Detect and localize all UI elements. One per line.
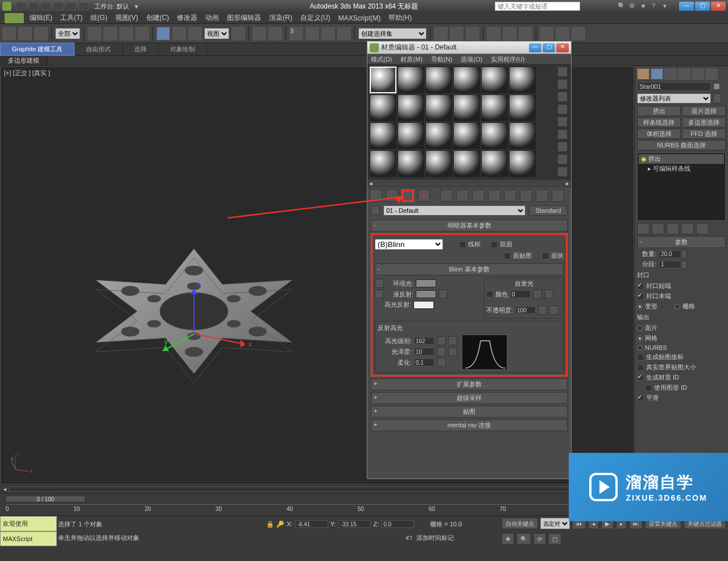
app-button[interactable] [5,13,24,23]
manip-icon[interactable] [253,27,266,40]
selfillum-color-check[interactable] [486,291,493,298]
render-setup-icon[interactable] [540,27,553,40]
video-check-icon[interactable] [557,117,568,127]
lock-icon[interactable]: 🔒 [266,521,274,528]
me-menu-options[interactable]: 选项(O) [461,56,482,63]
lock-diffuse-icon[interactable] [375,290,384,299]
material-slot[interactable] [481,94,508,121]
genmatid-check[interactable] [637,374,644,381]
time-handle[interactable]: 0 / 100 [6,496,85,502]
layer-icon[interactable] [466,27,479,40]
close-button[interactable]: ✕ [711,2,726,11]
material-slot[interactable] [453,94,480,121]
keymode-icon[interactable] [268,27,282,40]
options-icon[interactable] [557,142,568,152]
genmap-check[interactable] [637,354,644,361]
timetag-icon[interactable]: 🏷 [406,534,412,541]
gloss-map-icon[interactable] [448,347,457,356]
nav-orbit-icon[interactable]: ⟳ [533,533,546,544]
percent-snap-icon[interactable] [321,27,335,40]
material-slot[interactable] [370,67,396,93]
material-slot[interactable] [453,150,480,177]
go-parent-icon[interactable] [536,189,548,202]
me-menu-mode[interactable]: 模式(D) [371,56,392,63]
put-to-library-icon[interactable] [472,189,485,202]
twosided-check[interactable] [491,241,498,248]
mesh-radio[interactable] [637,336,643,341]
spinner-snap-icon[interactable] [337,27,351,40]
qat-redo-icon[interactable] [66,2,76,10]
object-name-input[interactable] [637,82,711,91]
selection-filter[interactable]: 全部 [55,28,80,39]
modifier-config-icon[interactable] [713,93,721,104]
segs-spinner[interactable] [659,261,681,269]
btn-extrude[interactable]: 挤出 [637,106,681,116]
minimize-button[interactable]: — [679,2,694,11]
material-type-button[interactable]: Standard [529,205,568,216]
menu-custom[interactable]: 自定义(U) [300,13,330,23]
modify-tab-icon[interactable] [651,68,663,80]
make-preview-icon[interactable] [557,129,568,139]
material-slot[interactable] [509,67,536,93]
display-tab-icon[interactable] [692,68,704,80]
remove-mod-icon[interactable] [681,223,694,234]
me-menu-util[interactable]: 实用程序(U) [491,56,524,63]
qat-new-icon[interactable] [16,2,26,10]
motion-tab-icon[interactable] [678,68,690,80]
diffuse-color[interactable] [416,290,436,298]
schematic-icon[interactable] [503,27,516,40]
menu-view[interactable]: 视图(V) [115,13,138,23]
btn-ffd-sel[interactable]: FFD 选择 [682,129,726,139]
wire-check[interactable] [459,241,466,248]
patch-radio[interactable] [637,325,643,331]
material-slot[interactable] [481,122,508,149]
material-slot[interactable] [481,150,508,177]
nurbs-radio[interactable] [637,345,643,350]
spinner-arrows-icon[interactable] [681,250,687,258]
material-slot[interactable] [425,67,452,93]
window-cross-icon[interactable] [135,27,149,40]
material-slot[interactable] [509,94,536,121]
rollout-blinn-basic[interactable]: Blinn 基本参数 [449,266,490,273]
key-selset[interactable]: 选定对 [540,518,570,529]
tab-paint[interactable]: 对象绘制 [159,43,207,55]
material-slot[interactable] [370,122,396,149]
align-icon[interactable] [450,27,464,40]
material-slot[interactable] [370,150,396,177]
object-color-swatch[interactable] [713,83,720,90]
material-slot[interactable] [453,122,480,149]
opacity-spinner[interactable] [515,306,536,314]
select-by-mat-icon[interactable] [557,154,568,164]
rollout-supersample[interactable]: 超级采样 [457,394,482,401]
faceted-check[interactable] [542,253,549,259]
material-slot[interactable] [509,122,536,149]
me-menu-nav[interactable]: 导航(N) [431,56,452,63]
link-icon[interactable] [2,27,16,40]
rollout-extended[interactable]: 扩展参数 [457,381,482,387]
material-slot[interactable] [481,67,508,93]
opacity-map-icon[interactable] [549,306,559,315]
select-rect-icon[interactable] [119,27,133,40]
cap-start-check[interactable] [637,283,644,290]
morph-radio[interactable] [637,304,643,310]
material-slot[interactable] [398,94,424,121]
menu-maxscript[interactable]: MAXScript(M) [338,14,381,22]
sample-type-icon[interactable] [557,67,568,77]
rollout-shader-basic[interactable]: 明暗器基本参数 [448,222,491,229]
me-menu-material[interactable]: 材质(M) [400,56,423,63]
mat-map-nav-icon[interactable] [557,167,568,177]
coord-x-input[interactable] [295,520,328,528]
select-name-icon[interactable] [104,27,117,40]
coord-y-input[interactable] [338,520,371,528]
coord-z-input[interactable] [381,520,414,528]
amount-spinner[interactable] [659,250,681,258]
spinner-arrows-icon[interactable] [538,306,547,315]
lock-ambient-icon[interactable] [375,279,384,288]
grid-radio[interactable] [675,304,680,310]
put-to-scene-icon[interactable] [386,189,398,202]
me-minimize-button[interactable]: — [529,43,541,52]
btn-poly-sel[interactable]: 多边形选择 [682,117,726,127]
maximize-button[interactable]: ▢ [695,2,710,11]
modifier-stack[interactable]: ◉ 挤出 ▸ 可编辑样条线 [637,152,726,221]
material-slot[interactable] [398,122,424,149]
